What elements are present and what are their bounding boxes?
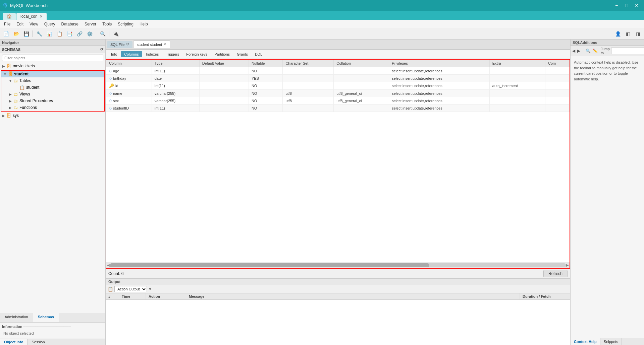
table-row[interactable]: 🔑 id int(11) NO select,insert,update,ref… xyxy=(106,82,570,90)
object-info-tab[interactable]: Object Info xyxy=(0,339,28,345)
col-extra-cell xyxy=(489,90,545,97)
db-student-icon: 🗄 xyxy=(7,71,13,77)
primary-key-icon: 🔑 xyxy=(109,83,114,88)
sql-file4-label: SQL File 4* xyxy=(110,43,129,47)
table-student-item[interactable]: 📋 student xyxy=(1,84,104,91)
menu-query[interactable]: Query xyxy=(42,21,58,27)
toolbar-new-btn[interactable]: 📄 xyxy=(1,29,11,38)
schemas-tab[interactable]: Schemas xyxy=(33,313,59,322)
info-tab-partitions[interactable]: Partitions xyxy=(211,51,233,57)
local-con-tab[interactable]: local_con ✕ xyxy=(16,13,47,20)
schemas-refresh-icon[interactable]: ⟳ xyxy=(100,47,103,52)
session-tab[interactable]: Session xyxy=(28,339,49,345)
toolbar-layout2-btn[interactable]: ◨ xyxy=(633,29,643,38)
home-tab[interactable]: 🏠 xyxy=(3,13,16,20)
schema-student-stored-procs[interactable]: ▶ 🗂 Stored Procedures xyxy=(1,97,104,104)
toolbar-btn-5[interactable]: 📊 xyxy=(45,29,54,38)
menu-view[interactable]: View xyxy=(27,21,41,27)
info-tab-foreign-keys[interactable]: Foreign keys xyxy=(183,51,211,57)
col-nullable-cell: NO xyxy=(249,82,283,90)
info-tab-info[interactable]: Info xyxy=(108,51,120,57)
schema-sys[interactable]: ▶ 🗄 sys xyxy=(0,112,105,119)
scroll-right-icon[interactable]: ▶ xyxy=(566,263,569,267)
toolbar-open-btn[interactable]: 📂 xyxy=(11,29,21,38)
table-row[interactable]: ◇ birthday date YES select,insert,update… xyxy=(106,75,570,82)
toolbar-btn-6[interactable]: 📋 xyxy=(55,29,64,38)
right-forward-btn[interactable]: ▶ xyxy=(577,47,581,55)
scrollbar-thumb[interactable] xyxy=(110,263,429,267)
info-tab-indexes[interactable]: Indexes xyxy=(143,51,162,57)
info-tab-triggers[interactable]: Triggers xyxy=(162,51,182,57)
student-student-tab[interactable]: student student ✕ xyxy=(133,41,170,48)
table-row[interactable]: ◇ age int(11) NO select,insert,update,re… xyxy=(106,67,570,75)
schema-student-views[interactable]: ▶ 🗂 Views xyxy=(1,91,104,97)
administration-tab[interactable]: Administration xyxy=(0,313,33,322)
col-collation-cell xyxy=(334,82,389,90)
stored-procs-label: Stored Procedures xyxy=(19,98,53,103)
col-collation-cell xyxy=(334,67,389,75)
col-default-cell xyxy=(199,75,249,82)
info-tab-grants[interactable]: Grants xyxy=(233,51,251,57)
menu-edit[interactable]: Edit xyxy=(14,21,26,27)
col-type-cell: varchar(255) xyxy=(152,97,199,105)
menu-help[interactable]: Help xyxy=(137,21,151,27)
col-header-extra: Extra xyxy=(489,60,545,67)
toolbar-btn-9[interactable]: ⚙️ xyxy=(85,29,94,38)
schema-student-tables-group[interactable]: ▼ 🗂 Tables xyxy=(1,77,104,84)
toolbar-btn-4[interactable]: 🔧 xyxy=(35,29,44,38)
refresh-button[interactable]: Refresh xyxy=(543,270,568,277)
output-type-select[interactable]: Action Output xyxy=(114,286,147,292)
col-nullable-cell: NO xyxy=(249,67,283,75)
table-row[interactable]: ◇ studentID int(11) NO select,insert,upd… xyxy=(106,105,570,112)
table-row[interactable]: ◇ name varchar(255) NO utf8 utf8_general… xyxy=(106,90,570,97)
menu-scripting[interactable]: Scripting xyxy=(115,21,136,27)
no-object-text: No object selected xyxy=(2,330,103,337)
horizontal-scroll-area[interactable]: ◀ ▶ xyxy=(106,262,570,268)
scroll-left-icon[interactable]: ◀ xyxy=(107,263,110,267)
info-tab-ddl[interactable]: DDL xyxy=(252,51,266,57)
views-label: Views xyxy=(19,92,30,96)
minimize-button[interactable]: − xyxy=(612,2,621,9)
maximize-button[interactable]: □ xyxy=(622,2,631,9)
right-edit-btn[interactable]: ✏️ xyxy=(592,47,598,55)
col-header-column: Column xyxy=(106,60,152,67)
nav-bottom-tabs: Administration Schemas xyxy=(0,313,105,322)
output-icon: 📋 xyxy=(108,287,113,292)
info-tab-columns[interactable]: Columns xyxy=(121,51,142,57)
toolbar-btn-11[interactable]: 🔌 xyxy=(111,29,120,38)
col-comment-cell xyxy=(545,105,569,112)
filter-objects-input[interactable] xyxy=(2,55,103,61)
jump-to-input[interactable] xyxy=(611,48,644,54)
menu-tools[interactable]: Tools xyxy=(100,21,114,27)
context-help-tab[interactable]: Context Help xyxy=(571,338,600,345)
toolbar-save-btn[interactable]: 💾 xyxy=(21,29,31,38)
toolbar-btn-7[interactable]: 📑 xyxy=(65,29,74,38)
schemas-header: SCHEMAS ⟳ xyxy=(0,46,105,53)
menu-file[interactable]: File xyxy=(1,21,13,27)
toolbar-btn-8[interactable]: 🔗 xyxy=(75,29,84,38)
sql-file4-tab[interactable]: SQL File 4* xyxy=(107,41,132,48)
horizontal-scrollbar[interactable] xyxy=(110,263,566,267)
column-diamond-icon: ◇ xyxy=(109,91,112,95)
schema-student-group: ▼ 🗄 student ▼ 🗂 Tables 📋 student xyxy=(1,70,105,112)
col-type-cell: int(11) xyxy=(152,105,199,112)
schema-student[interactable]: ▼ 🗄 student xyxy=(1,71,104,77)
output-dropdown-icon[interactable]: ▼ xyxy=(148,287,152,291)
menu-database[interactable]: Database xyxy=(59,21,81,27)
table-row[interactable]: ◇ sex varchar(255) NO utf8 utf8_general_… xyxy=(106,97,570,105)
right-search-btn[interactable]: 🔍 xyxy=(585,47,591,55)
toolbar-search-btn[interactable]: 🔍 xyxy=(98,29,107,38)
col-header-nullable: Nullable xyxy=(249,60,283,67)
student-student-close-icon[interactable]: ✕ xyxy=(163,42,166,47)
schema-student-functions[interactable]: ▶ 🗂 Functions xyxy=(1,104,104,111)
column-diamond-icon: ◇ xyxy=(109,106,112,110)
local-con-close-icon[interactable]: ✕ xyxy=(40,14,43,19)
snippets-tab[interactable]: Snippets xyxy=(600,338,622,345)
menu-server[interactable]: Server xyxy=(82,21,99,27)
right-back-btn[interactable]: ◀ xyxy=(572,47,576,55)
toolbar-layout1-btn[interactable]: ◧ xyxy=(623,29,633,38)
col-comment-cell xyxy=(545,90,569,97)
toolbar-profile-btn[interactable]: 👤 xyxy=(613,29,623,38)
schema-movietickets[interactable]: ▶ 🗄 movietickets xyxy=(0,63,105,69)
close-button[interactable]: ✕ xyxy=(632,2,641,9)
